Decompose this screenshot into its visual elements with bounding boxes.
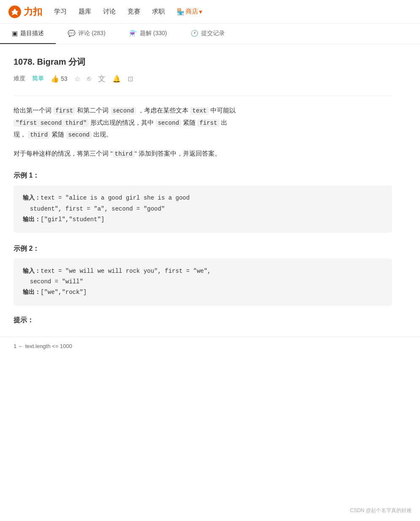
bottom-bar: 1 ← text.length <= 1000	[0, 337, 420, 355]
code-second2: second	[155, 119, 181, 127]
nav-jobs[interactable]: 求职	[152, 8, 165, 16]
star-icon[interactable]: ☆	[74, 75, 80, 83]
thumbup-icon[interactable]: 👍	[51, 75, 59, 83]
description-para1: 给出第一个词 first 和第二个词 second ，考虑在某些文本 text …	[14, 104, 392, 141]
code-third2: third	[113, 150, 135, 158]
bookmark-icon[interactable]: ⊡	[128, 75, 133, 83]
nav-problems[interactable]: 题库	[79, 8, 91, 16]
example1-block: 输入：text = "alice is a good girl she is a…	[14, 185, 392, 233]
logo-icon	[8, 5, 21, 18]
problem-title: 1078. Bigram 分词	[14, 56, 392, 68]
example2-block: 输入：text = "we will we will rock you", fi…	[14, 258, 392, 306]
translate-icon[interactable]: 文	[98, 74, 106, 84]
nav-discuss[interactable]: 讨论	[103, 8, 116, 16]
example2-label: 示例 2：	[14, 244, 392, 253]
code-pattern: "first second third"	[14, 119, 89, 127]
example1-label: 示例 1：	[14, 171, 392, 180]
divider	[14, 96, 392, 96]
difficulty-badge: 简单	[32, 75, 44, 82]
example2-output-label: 输出：	[23, 289, 41, 296]
tab-bar: ▣ 题目描述 💬 评论 (283) ⚗️ 题解 (330) 🕐 提交记录	[0, 24, 420, 44]
tab-comments[interactable]: 💬 评论 (283)	[56, 24, 117, 44]
tab-description[interactable]: ▣ 题目描述	[0, 24, 56, 44]
description-para2: 对于每种这样的情况，将第三个词 "third" 添加到答案中，并返回答案。	[14, 148, 392, 160]
logo[interactable]: 力扣	[8, 5, 42, 18]
example1-input-label: 输入：	[23, 195, 41, 201]
tab-solutions[interactable]: ⚗️ 题解 (330)	[117, 24, 179, 44]
share-icon[interactable]: ⎋	[87, 75, 91, 82]
code-first: first	[53, 107, 75, 115]
code-text: text	[190, 107, 209, 115]
example1-output-label: 输出：	[23, 216, 41, 223]
bottom-bar-text: 1 ← text.length <= 1000	[14, 343, 72, 349]
tab-submissions[interactable]: 🕐 提交记录	[179, 24, 237, 44]
comments-icon: 💬	[68, 30, 76, 37]
nav-shop[interactable]: 🏪 商店 ▾	[177, 8, 202, 16]
logo-text: 力扣	[24, 5, 42, 18]
main-content: 1078. Bigram 分词 难度 简单 👍 53 ☆ ⎋ 文 🔔 ⊡ 给出第…	[0, 44, 406, 337]
code-third: third	[28, 131, 50, 139]
difficulty-label: 难度	[14, 75, 25, 82]
solutions-icon: ⚗️	[129, 30, 137, 37]
code-first2: first	[197, 119, 219, 127]
like-count: 53	[61, 75, 68, 82]
code-second: second	[111, 107, 136, 115]
example2-input-label: 输入：	[23, 268, 41, 274]
description-icon: ▣	[12, 30, 18, 37]
top-navigation: 力扣 学习 题库 讨论 竞赛 求职 🏪 商店 ▾	[0, 0, 420, 24]
nav-study[interactable]: 学习	[54, 8, 67, 16]
meta-row: 难度 简单 👍 53 ☆ ⎋ 文 🔔 ⊡	[14, 74, 392, 84]
nav-contest[interactable]: 竞赛	[128, 8, 140, 16]
bell-icon[interactable]: 🔔	[112, 75, 121, 83]
submissions-icon: 🕐	[191, 30, 199, 37]
hint-label: 提示：	[14, 316, 392, 325]
like-section: 👍 53	[51, 75, 68, 83]
code-second3: second	[66, 131, 92, 139]
